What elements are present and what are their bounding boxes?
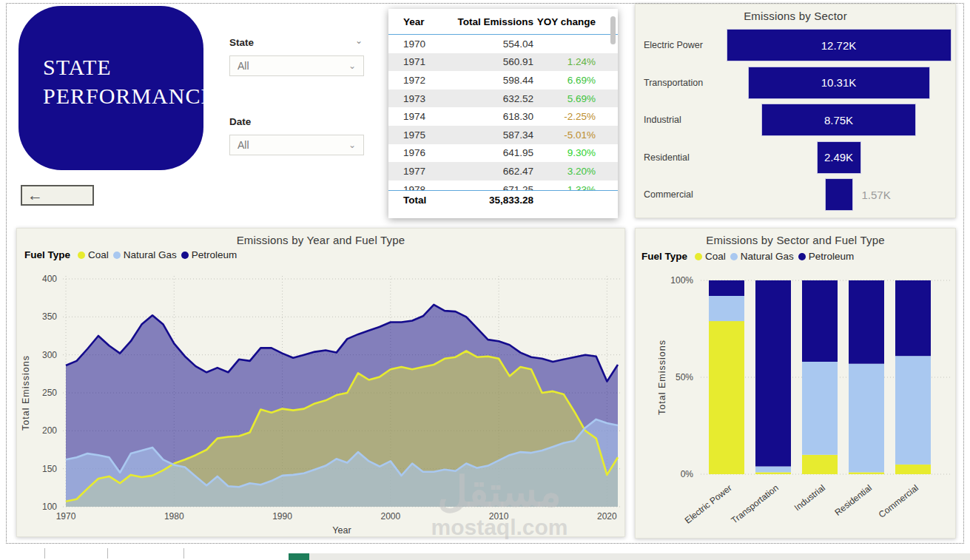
table-row[interactable]: 1977662.473.20% — [388, 162, 618, 181]
funnel-chart-title: Emissions by Sector — [636, 4, 955, 22]
legend-dot-icon — [181, 252, 189, 259]
legend-dot-icon — [798, 253, 806, 260]
cell-year: 1972 — [388, 75, 446, 86]
table-row[interactable]: 1973632.525.69% — [388, 90, 618, 108]
legend-item[interactable]: Natural Gas — [113, 249, 177, 260]
stacked-segment-coal[interactable] — [755, 472, 791, 474]
cell-yoy: 9.30% — [533, 147, 607, 158]
y-tick-label: 100 — [42, 502, 57, 512]
title-line-2: PERFORMANCE — [43, 81, 203, 110]
legend-item[interactable]: Petroleum — [181, 249, 238, 260]
table-row[interactable]: 1976641.959.30% — [388, 144, 618, 163]
x-tick-label: 1980 — [164, 511, 184, 522]
legend-item[interactable]: Natural Gas — [730, 251, 794, 262]
state-slicer: State ⌄ All ⌄ — [229, 36, 364, 76]
legend-title: Fuel Type — [24, 249, 70, 260]
cell-total: 598.44 — [446, 75, 533, 86]
legend-dot-icon — [695, 253, 702, 260]
table-row[interactable]: 1975587.34-5.01% — [388, 126, 618, 144]
stacked-segment-coal[interactable] — [849, 472, 884, 474]
x-tick-label: Electric Power — [683, 482, 734, 525]
legend-item[interactable]: Coal — [695, 251, 726, 262]
funnel-category-label: Industrial — [636, 115, 722, 125]
back-button[interactable]: ← — [21, 185, 94, 206]
stacked-segment-petroleum[interactable] — [755, 280, 791, 467]
funnel-bar[interactable]: 12.72K — [727, 29, 952, 61]
col-header-total[interactable]: Total Emissions — [446, 16, 533, 27]
funnel-bar-zone: 2.49K — [722, 141, 955, 174]
cell-total: 618.30 — [446, 111, 533, 122]
funnel-bar-zone: 1.57K — [722, 178, 955, 211]
stacked-segment-natural-gas[interactable] — [849, 364, 884, 473]
y-tick-label: 400 — [42, 274, 57, 284]
cell-total: 560.91 — [446, 56, 533, 67]
col-header-yoy[interactable]: YOY change — [533, 16, 607, 27]
stacked-segment-petroleum[interactable] — [802, 280, 838, 362]
area-chart-plot: 1001502002503003504001970198019902000201… — [17, 267, 624, 536]
x-axis-title: Year — [332, 525, 351, 536]
cell-total: 554.04 — [446, 38, 533, 50]
table-vertical-scrollbar[interactable] — [610, 16, 616, 44]
page-tab-divider — [183, 548, 184, 559]
x-tick-label: Transportation — [730, 482, 781, 525]
horizontal-scrollbar-track[interactable] — [309, 553, 970, 560]
bottom-bar — [0, 544, 970, 560]
horizontal-scrollbar-thumb[interactable] — [289, 553, 309, 560]
funnel-bar[interactable]: 2.49K — [817, 141, 861, 174]
stacked-segment-petroleum[interactable] — [895, 280, 931, 356]
stacked-segment-petroleum[interactable] — [849, 280, 884, 364]
stacked-segment-natural-gas[interactable] — [755, 467, 791, 473]
stacked-segment-coal[interactable] — [895, 465, 931, 474]
cell-total: 587.34 — [446, 129, 533, 141]
funnel-category-label: Residential — [636, 152, 722, 163]
legend-title: Fuel Type — [641, 251, 687, 262]
date-slicer-label: Date — [229, 116, 251, 127]
funnel-bar[interactable]: 8.75K — [761, 104, 916, 136]
table-row[interactable]: 1972598.446.69% — [388, 71, 618, 90]
state-dropdown-value: All — [238, 60, 249, 72]
dashboard-canvas: STATE PERFORMANCE State ⌄ All ⌄ Date All… — [0, 0, 970, 560]
date-dropdown-value: All — [238, 139, 249, 151]
cell-year: 1974 — [388, 111, 446, 122]
y-axis-title: Total Emissions — [21, 355, 31, 431]
page-tab-divider — [107, 548, 108, 559]
stacked-chart-title: Emissions by Sector and Fuel Type — [636, 229, 955, 246]
cell-year: 1976 — [388, 147, 446, 158]
cell-yoy: 3.20% — [533, 166, 607, 177]
x-tick-label: Commercial — [877, 482, 920, 519]
y-tick-label: 250 — [42, 388, 57, 398]
legend-label: Coal — [88, 249, 109, 260]
cell-yoy: 1.33% — [533, 184, 607, 190]
funnel-row: Transportation10.31K — [636, 64, 955, 102]
table-row[interactable]: 1970554.04 — [388, 35, 618, 53]
y-tick-label: 150 — [42, 464, 57, 474]
funnel-bar[interactable]: 10.31K — [748, 67, 930, 99]
chevron-down-icon[interactable]: ⌄ — [355, 36, 363, 46]
y-tick-label: 50% — [676, 372, 693, 382]
stacked-segment-natural-gas[interactable] — [895, 356, 931, 465]
legend-dot-icon — [78, 252, 85, 259]
cell-year: 1973 — [388, 93, 446, 104]
x-tick-label: 1990 — [272, 511, 292, 522]
state-dropdown[interactable]: All ⌄ — [229, 55, 364, 76]
table-total-row: Total 35,833.28 — [388, 190, 618, 209]
stacked-segment-coal[interactable] — [802, 455, 838, 474]
col-header-year[interactable]: Year — [388, 16, 446, 27]
stacked-segment-coal[interactable] — [709, 321, 744, 474]
funnel-bar[interactable] — [825, 178, 853, 211]
legend-item[interactable]: Petroleum — [798, 251, 855, 262]
legend-item[interactable]: Coal — [78, 249, 109, 260]
date-dropdown[interactable]: All ⌄ — [229, 135, 364, 155]
table-header[interactable]: Year Total Emissions YOY change — [388, 9, 618, 35]
total-value: 35,833.28 — [446, 195, 533, 206]
cell-total: 662.47 — [446, 166, 533, 177]
stacked-segment-natural-gas[interactable] — [802, 362, 838, 455]
table-row[interactable]: 1971560.911.24% — [388, 53, 618, 72]
stacked-segment-petroleum[interactable] — [709, 280, 744, 296]
stacked-segment-natural-gas[interactable] — [709, 296, 744, 321]
y-tick-label: 350 — [42, 311, 57, 322]
legend-label: Petroleum — [192, 249, 238, 260]
emissions-by-sector-fuel-chart: Emissions by Sector and Fuel Type Fuel T… — [635, 228, 956, 539]
table-row[interactable]: 1974618.30-2.25% — [388, 107, 618, 126]
table-row[interactable]: 1978671.251.33% — [388, 181, 618, 190]
